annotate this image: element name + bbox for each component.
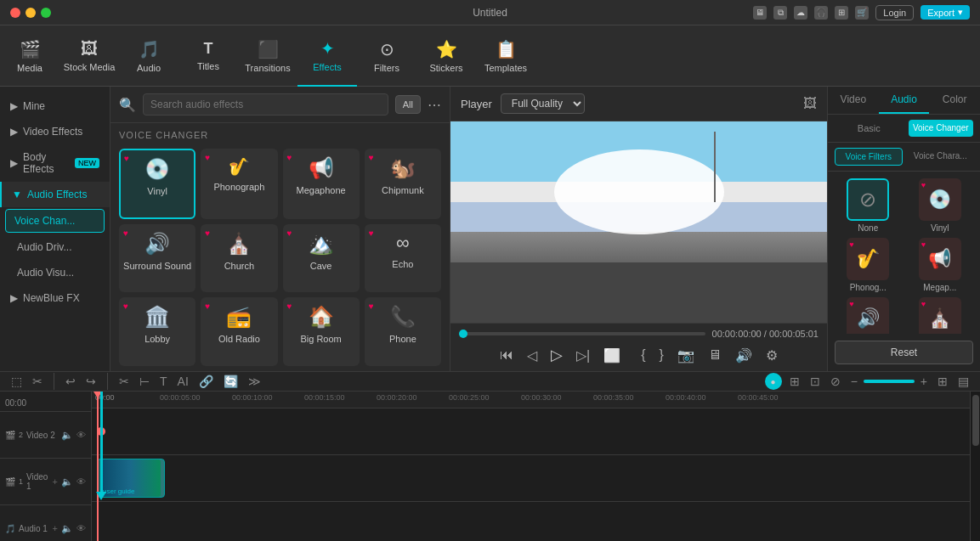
sidebar-item-audio-drive[interactable]: Audio Driv...	[0, 234, 110, 260]
search-input[interactable]	[143, 93, 388, 116]
fullscreen-button[interactable]: ⬜	[602, 346, 622, 365]
effect-lobby[interactable]: ♥ 🏛️ Lobby	[119, 297, 195, 366]
audio1-speaker[interactable]: 🔈	[61, 523, 73, 534]
effect-vinyl[interactable]: ♥ 💿 Vinyl	[119, 149, 195, 219]
play-button[interactable]: ▷	[549, 344, 564, 366]
trim-btn[interactable]: ⊢	[137, 372, 152, 391]
zoom-out-btn[interactable]: −	[848, 372, 860, 391]
toolbar-templates[interactable]: 📋 Templates	[476, 25, 535, 87]
undo-btn[interactable]: ↩	[63, 372, 78, 391]
toolbar-titles[interactable]: T Titles	[178, 25, 238, 87]
volume-button[interactable]: 🔊	[734, 346, 754, 365]
effect-surround-sound[interactable]: ♥ 🔊 Surround Sound	[119, 224, 195, 293]
track2-speaker[interactable]: 🔈	[61, 430, 73, 441]
mark-button[interactable]: }	[658, 346, 666, 364]
text-btn[interactable]: T	[157, 372, 170, 391]
monitor-icon[interactable]: 🖥	[753, 6, 767, 20]
more-options-icon[interactable]: ⋯	[428, 97, 441, 113]
sidebar-item-mine[interactable]: ▶ Mine	[0, 93, 110, 119]
frame-back-button[interactable]: ◁	[525, 346, 539, 365]
group-btn[interactable]: ⊡	[807, 372, 823, 391]
layout-btn[interactable]: ▤	[955, 372, 972, 391]
track1-add[interactable]: +	[53, 476, 58, 487]
subtab-voice-changer[interactable]: Voice Changer	[909, 120, 974, 137]
cloud-icon[interactable]: ☁	[794, 6, 807, 20]
right-effect-vinyl[interactable]: ♥ 💿 Vinyl	[907, 178, 974, 233]
scroll-thumb[interactable]	[972, 395, 979, 446]
timeline-scrollbar[interactable]	[970, 392, 980, 541]
screenshot-button[interactable]: 📷	[676, 346, 696, 365]
zoom-slider[interactable]	[864, 380, 915, 383]
export-button[interactable]: Export ▾	[921, 5, 970, 20]
frame-forward-button[interactable]: ▷|	[575, 346, 592, 365]
progress-bar[interactable]	[459, 332, 705, 335]
audio1-eye[interactable]: 👁	[76, 523, 86, 534]
toolbar-effects[interactable]: ✦ Effects	[297, 25, 357, 87]
toolbar-audio[interactable]: 🎵 Audio	[119, 25, 178, 87]
cut-button[interactable]: {	[639, 346, 647, 364]
video-clip[interactable]: user guide	[97, 459, 165, 498]
settings-button[interactable]: ⚙	[764, 346, 779, 365]
skip-back-button[interactable]: ⏮	[498, 346, 515, 364]
right-effect-none[interactable]: ⊘ None	[835, 178, 902, 233]
effect-chipmunk[interactable]: ♥ 🐿️ Chipmunk	[365, 149, 441, 219]
tab-audio[interactable]: Audio	[879, 87, 930, 114]
sidebar-item-newblue[interactable]: ▶ NewBlue FX	[0, 285, 110, 311]
select-tool[interactable]: ⬚	[8, 372, 25, 391]
split-btn[interactable]: ⊞	[787, 372, 802, 391]
subtab-basic[interactable]: Basic	[835, 120, 904, 137]
tab-video[interactable]: Video	[828, 87, 879, 114]
sidebar-item-audio-visualizer[interactable]: Audio Visu...	[0, 260, 110, 285]
cut-btn[interactable]: ✂	[116, 372, 132, 391]
loop-btn[interactable]: 🔄	[221, 372, 241, 391]
toolbar-transitions[interactable]: ⬛ Transitions	[238, 25, 297, 87]
fit-btn[interactable]: ⊞	[935, 372, 950, 391]
link-btn[interactable]: 🔗	[196, 372, 216, 391]
right-effect-phonograph[interactable]: ♥ 🎷 Phonog...	[835, 238, 902, 292]
minimize-button[interactable]	[25, 8, 36, 18]
subtab-voice-chara[interactable]: Voice Chara...	[908, 148, 974, 166]
track1-speaker[interactable]: 🔈	[61, 476, 73, 487]
quality-select[interactable]: Full Quality	[501, 93, 585, 114]
progress-thumb[interactable]	[459, 330, 467, 338]
headphone-icon[interactable]: 🎧	[814, 6, 828, 20]
toolbar-stock-media[interactable]: 🖼 Stock Media	[59, 25, 119, 87]
sidebar-item-video-effects[interactable]: ▶ Video Effects	[0, 119, 110, 144]
login-button[interactable]: Login	[875, 5, 914, 20]
sidebar-item-voice-changer[interactable]: Voice Chan...	[5, 209, 105, 233]
effect-old-radio[interactable]: ♥ 📻 Old Radio	[201, 297, 277, 366]
crop-tool[interactable]: ✂	[30, 372, 45, 391]
toolbar-media[interactable]: 🎬 Media	[0, 25, 59, 87]
toolbar-filters[interactable]: ⊙ Filters	[357, 25, 416, 87]
track2-eye[interactable]: 👁	[76, 430, 86, 441]
right-effect-church[interactable]: ♥ ⛪ Church	[907, 297, 974, 334]
right-effect-surround[interactable]: ♥ 🔊 Surrou...	[835, 297, 902, 334]
sidebar-item-body-effects[interactable]: ▶ Body Effects NEW	[0, 144, 110, 182]
effect-cave[interactable]: ♥ 🏔️ Cave	[283, 224, 360, 293]
grid-icon[interactable]: ⊞	[835, 6, 848, 20]
effect-phone[interactable]: ♥ 📞 Phone	[365, 297, 441, 366]
cart-icon[interactable]: 🛒	[855, 6, 869, 20]
reset-button[interactable]: Reset	[835, 341, 973, 364]
more-btn[interactable]: ≫	[246, 372, 263, 391]
tab-color[interactable]: Color	[929, 87, 980, 114]
zoom-in-btn[interactable]: +	[918, 372, 930, 391]
effect-big-room[interactable]: ♥ 🏠 Big Room	[283, 297, 360, 366]
effect-echo[interactable]: ♥ ∞ Echo	[365, 224, 441, 293]
image-icon[interactable]: 🖼	[803, 96, 817, 111]
right-effect-megaphone[interactable]: ♥ 📢 Megap...	[907, 238, 974, 292]
sidebar-item-audio-effects[interactable]: ▼ Audio Effects	[0, 182, 110, 207]
filter-dropdown[interactable]: All	[395, 95, 421, 114]
mask-btn[interactable]: ⊘	[828, 372, 843, 391]
ai-btn[interactable]: AI	[175, 372, 191, 391]
effect-church[interactable]: ♥ ⛪ Church	[201, 224, 277, 293]
monitor-out-button[interactable]: 🖥	[706, 346, 723, 364]
audio1-add[interactable]: +	[53, 523, 58, 534]
close-button[interactable]	[10, 8, 20, 18]
subtab-voice-filters[interactable]: Voice Filters	[835, 148, 903, 166]
track1-eye[interactable]: 👁	[76, 476, 86, 487]
copy-icon[interactable]: ⧉	[773, 6, 787, 20]
effect-megaphone[interactable]: ♥ 📢 Megaphone	[283, 149, 360, 219]
toolbar-stickers[interactable]: ⭐ Stickers	[416, 25, 476, 87]
maximize-button[interactable]	[41, 8, 51, 18]
